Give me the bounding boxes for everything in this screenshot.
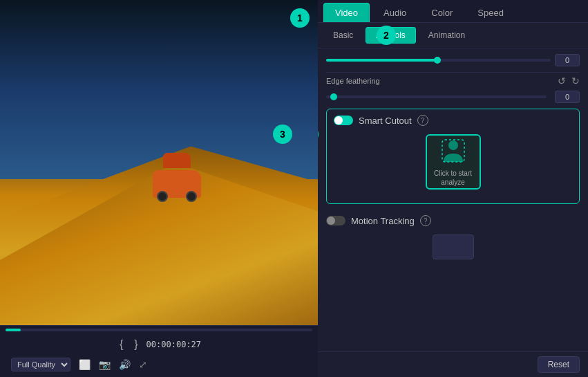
motion-tracking-section: Motion Tracking ? (326, 210, 580, 232)
properties-panel: Video Audio Color Speed Basic 2 AI Tools… (318, 0, 588, 377)
reset-btn-container: Reset (318, 351, 588, 377)
undo-icon-btn[interactable]: ↺ (558, 75, 566, 86)
edge-feathering-value: 0 (555, 91, 580, 103)
vehicle (153, 163, 208, 201)
smart-cutout-header: Smart Cutout ? (334, 115, 572, 126)
motion-tracking-toggle[interactable] (326, 216, 345, 226)
motion-tracking-title: Motion Tracking (351, 216, 415, 226)
divider-1 (326, 72, 580, 73)
main-container: 1 3 { } 00:00:00:27 Full Quality (0, 0, 588, 377)
edge-feathering-thumb (330, 93, 337, 100)
tab-bar-sub: Basic 2 AI Tools Animation (318, 23, 588, 48)
vehicle-top (163, 153, 191, 168)
vehicle-body (153, 170, 201, 198)
tab-speed[interactable]: Speed (466, 3, 515, 22)
badge-3: 3 (273, 125, 292, 144)
badge-4: 4 (318, 125, 319, 144)
tab-basic[interactable]: Basic (323, 27, 363, 44)
analyze-button[interactable]: Click to start analyze (426, 134, 481, 190)
fullscreen-icon[interactable]: ⤢ (139, 359, 147, 370)
screen-icon[interactable]: ⬜ (79, 359, 91, 370)
panel-content: 0 Edge feathering ↺ ↻ 0 (318, 48, 588, 351)
reset-button[interactable]: Reset (538, 356, 580, 373)
bracket-left-btn[interactable]: { (117, 337, 126, 352)
bracket-right-btn[interactable]: } (131, 337, 140, 352)
edge-feathering-slider[interactable] (326, 95, 547, 98)
volume-icon[interactable]: 🔊 (119, 359, 131, 370)
timeline-progress (6, 329, 21, 331)
top-slider-track[interactable] (326, 59, 551, 62)
smart-cutout-title: Smart Cutout (359, 116, 412, 126)
analyze-btn-container: 4 Click to start analyze (334, 134, 572, 190)
tab-bar-top: Video Audio Color Speed (318, 0, 588, 23)
smart-cutout-help-icon[interactable]: ? (417, 115, 428, 126)
top-slider-fill (326, 59, 439, 62)
controls-row: { } 00:00:00:27 (6, 334, 312, 355)
person-icon (439, 137, 467, 165)
badge-1: 1 (290, 8, 310, 28)
video-panel: 1 3 { } 00:00:00:27 Full Quality (0, 0, 318, 377)
analyze-label: Click to start analyze (427, 169, 480, 187)
motion-tracking-knob (327, 217, 335, 225)
vehicle-wheel-left (157, 191, 168, 202)
redo-icon-btn[interactable]: ↻ (571, 75, 580, 86)
partial-bottom (326, 235, 580, 259)
top-slider-thumb (434, 57, 441, 64)
edge-feathering-row: Edge feathering ↺ ↻ (326, 75, 580, 86)
motion-tracking-help-icon[interactable]: ? (420, 215, 431, 226)
partial-btn (433, 235, 474, 259)
tab-video[interactable]: Video (323, 3, 370, 22)
sky-background (0, 0, 318, 179)
tab-color[interactable]: Color (420, 3, 464, 22)
time-display: 00:00:00:27 (146, 340, 201, 349)
tab-audio[interactable]: Audio (372, 3, 417, 22)
bottom-icons: ⬜ 📷 🔊 ⤢ (79, 359, 147, 370)
svg-point-0 (448, 140, 458, 150)
smart-cutout-toggle[interactable] (334, 116, 353, 125)
smart-cutout-toggle-knob (334, 116, 343, 125)
vehicle-wheel-right (186, 191, 197, 202)
bottom-bar: Full Quality ⬜ 📷 🔊 ⤢ (6, 355, 312, 374)
edge-feathering-slider-row: 0 (326, 91, 580, 103)
top-slider-row: 0 (326, 54, 580, 66)
badge-2: 2 (377, 26, 396, 45)
top-slider-value: 0 (555, 54, 580, 66)
smart-cutout-section: Smart Cutout ? 4 Click to start analyze (326, 109, 580, 204)
camera-icon[interactable]: 📷 (99, 359, 111, 370)
tab-animation[interactable]: Animation (419, 27, 475, 44)
edge-feathering-label: Edge feathering (326, 77, 395, 85)
video-controls: { } 00:00:00:27 Full Quality ⬜ 📷 🔊 ⤢ (0, 325, 318, 377)
quality-select[interactable]: Full Quality (11, 358, 70, 371)
timeline-bar[interactable] (6, 329, 312, 331)
video-preview: 1 3 (0, 0, 318, 325)
